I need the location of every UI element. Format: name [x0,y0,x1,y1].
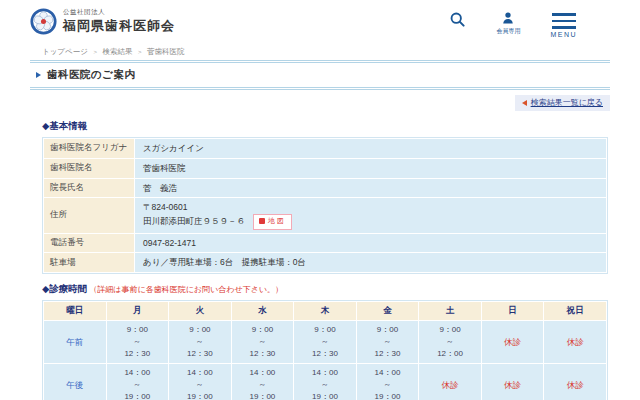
table-row: 住所〒824-0601田川郡添田町庄９５９－６地図 [44,198,606,232]
page-title: 歯科医院のご案内 [47,68,136,82]
table-row: 歯科医院名菅歯科医院 [44,159,606,178]
page-title-bar: 歯科医院のご案内 [30,60,610,90]
map-button[interactable]: 地図 [253,214,292,230]
close-time: 19：00 [357,391,419,400]
member-person-icon [501,11,515,25]
row-value: 0947-82-1471 [135,234,606,253]
close-time: 19：00 [107,391,169,400]
table-row: 駐車場あり／専用駐車場：6台 提携駐車場：0台 [44,253,606,272]
breadcrumb-item[interactable]: トップページ [42,47,88,56]
hours-cell-closed: 休診 [419,364,481,400]
hours-cell: 14：00～19：00 [294,364,356,400]
org-type: 公益社団法人 [63,8,175,17]
breadcrumb-item: 菅歯科医院 [147,47,185,56]
close-time: 19：00 [232,391,294,400]
open-time: 9：00 [419,324,481,336]
open-time: 14：00 [294,367,356,379]
row-value: 菅歯科医院 [135,159,606,178]
hours-column-header: 土 [419,302,481,320]
map-icon [259,218,265,224]
hours-cell: 9：00～12：30 [169,321,231,363]
hours-row-label: 午前 [44,321,106,363]
open-time: 14：00 [357,367,419,379]
hours-row: 午後14：00～19：0014：00～19：0014：00～19：0014：00… [44,364,606,400]
row-value: スガシカイイン [135,139,606,158]
hours-cell: 14：00～19：00 [232,364,294,400]
breadcrumb-item[interactable]: 検索結果 [102,47,132,56]
main-content: トップページ＞検索結果＞菅歯科医院 歯科医院のご案内 検索結果一覧に戻る ◆基本… [30,42,610,400]
hours-cell: 9：00～12：00 [419,321,481,363]
table-row: 歯科医院名フリガナスガシカイイン [44,139,606,158]
association-logo-icon [30,8,57,35]
row-label: 住所 [44,198,134,232]
table-row: 電話番号0947-82-1471 [44,234,606,253]
open-time: 9：00 [294,324,356,336]
menu-button[interactable]: MENU [550,11,577,38]
hours-column-header: 木 [294,302,356,320]
menu-label: MENU [550,31,577,38]
search-icon [449,11,466,28]
time-tilde: ～ [107,379,169,391]
address-line: 田川郡添田町庄９５９－６地図 [143,214,598,230]
time-tilde: ～ [419,336,481,348]
open-time: 14：00 [232,367,294,379]
table-row: 院長氏名菅 義浩 [44,179,606,198]
open-time: 9：00 [169,324,231,336]
hours-column-header: 金 [357,302,419,320]
basic-info-table: 歯科医院名フリガナスガシカイイン歯科医院名菅歯科医院院長氏名菅 義浩住所〒824… [42,137,608,274]
site-header: 公益社団法人 福岡県歯科医師会 会員専用 MENU [0,0,640,42]
hours-cell: 14：00～19：00 [169,364,231,400]
hours-note: （詳細は事前に各歯科医院にお問い合わせ下さい。） [89,285,283,294]
close-time: 19：00 [294,391,356,400]
open-time: 9：00 [232,324,294,336]
hours-cell: 14：00～19：00 [357,364,419,400]
hamburger-icon [552,11,576,29]
hours-column-header: 水 [232,302,294,320]
time-tilde: ～ [169,336,231,348]
search-button[interactable] [449,11,466,28]
close-time: 19：00 [169,391,231,400]
hours-row-label: 午後 [44,364,106,400]
hours-cell: 9：00～12：30 [232,321,294,363]
hours-cell: 9：00～12：30 [107,321,169,363]
hours-cell: 14：00～19：00 [107,364,169,400]
map-button-label: 地図 [268,216,286,227]
hours-column-header: 火 [169,302,231,320]
open-time: 9：00 [357,324,419,336]
back-arrow-icon [522,100,527,106]
hours-heading-text: ◆診療時間 [42,283,87,294]
back-row: 検索結果一覧に戻る [30,95,610,111]
close-time: 12：30 [107,348,169,360]
close-time: 12：30 [294,348,356,360]
row-label: 歯科医院名フリガナ [44,139,134,158]
hours-cell-closed: 休診 [544,321,606,363]
close-time: 12：30 [169,348,231,360]
basic-info-heading: ◆基本情報 [42,120,610,133]
time-tilde: ～ [107,336,169,348]
back-to-results-link[interactable]: 検索結果一覧に戻る [515,95,610,111]
members-only-button[interactable]: 会員専用 [496,11,520,36]
hours-column-header: 曜日 [44,302,106,320]
time-tilde: ～ [169,379,231,391]
header-nav: 会員専用 MENU [449,8,577,38]
time-tilde: ～ [294,379,356,391]
open-time: 9：00 [107,324,169,336]
brand[interactable]: 公益社団法人 福岡県歯科医師会 [30,8,175,35]
row-label: 駐車場 [44,253,134,272]
row-value: あり／専用駐車場：6台 提携駐車場：0台 [135,253,606,272]
title-arrow-icon [36,72,41,78]
hours-cell-closed: 休診 [482,364,544,400]
close-time: 12：00 [419,348,481,360]
hours-cell-closed: 休診 [482,321,544,363]
org-name: 福岡県歯科医師会 [63,17,175,35]
back-link-label: 検索結果一覧に戻る [531,97,603,108]
address-line: 〒824-0601 [143,201,598,214]
close-time: 12：30 [232,348,294,360]
breadcrumb-separator: ＞ [136,48,143,55]
breadcrumb: トップページ＞検索結果＞菅歯科医院 [30,42,610,57]
row-label: 歯科医院名 [44,159,134,178]
hours-cell: 9：00～12：30 [294,321,356,363]
hours-column-header: 祝日 [544,302,606,320]
time-tilde: ～ [357,336,419,348]
brand-text: 公益社団法人 福岡県歯科医師会 [63,8,175,35]
